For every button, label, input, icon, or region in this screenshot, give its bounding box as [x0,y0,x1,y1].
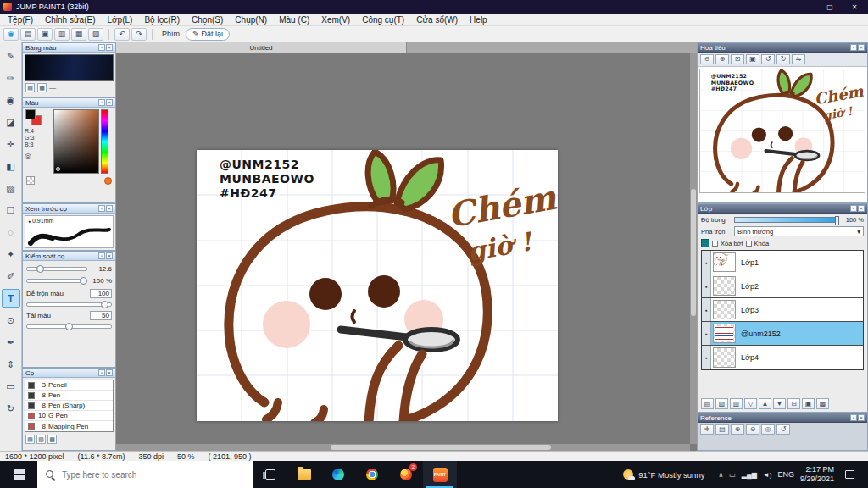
eraser-tool[interactable]: ◪ [2,113,20,131]
cloud-sync-icon[interactable]: ◉ [3,28,19,41]
panel-collapse-button[interactable]: ▫ [98,205,105,212]
panel-collapse-button[interactable]: ▫ [850,414,857,421]
weather-widget[interactable]: 91°F Mostly sunny [615,461,713,488]
move-layer-up-button[interactable]: ▲ [759,398,771,409]
lasso-tool[interactable]: ◌ [2,223,20,241]
task-view-button[interactable] [253,461,287,488]
panel-close-button[interactable]: × [106,99,113,106]
reference-color-pick-button[interactable]: ◎ [761,424,775,435]
reset-brush-button[interactable]: ✎ Đặt lại [186,28,230,41]
foreground-background-swatches[interactable] [25,109,43,126]
brush-row[interactable]: 10 G Pen [25,411,113,421]
file-explorer-button[interactable] [287,461,321,488]
horizontal-scrollbar[interactable] [116,444,690,451]
add-layer-button[interactable]: ▤ [701,398,714,409]
mix-color-slider[interactable] [26,302,112,307]
brush-row[interactable]: 8 Mapping Pen [25,421,113,431]
minimize-button[interactable]: — [795,0,815,14]
rotate-right-button[interactable]: ↻ [776,54,790,64]
protect-alpha-button[interactable] [701,239,709,247]
hidden-icons-chevron[interactable]: ∧ [718,471,723,479]
navigator-titlebar[interactable]: Hoa tiêu ▫ × [698,43,867,53]
horizontal-scrollbar-thumb[interactable] [331,445,551,450]
menu-capture[interactable]: Chụp(N) [229,15,273,25]
start-button[interactable] [0,461,37,488]
delete-brush-button[interactable]: ▩ [47,435,57,444]
menu-layer[interactable]: Lớp(L) [102,15,139,25]
load-color-value[interactable]: 50 [90,311,112,320]
vertical-scrollbar-thumb[interactable] [691,189,696,316]
save-icon[interactable]: ▣ [37,28,53,41]
menu-edit[interactable]: Chỉnh sửa(E) [39,15,102,25]
menu-view[interactable]: Xem(V) [315,15,356,25]
panel-collapse-button[interactable]: ▫ [98,44,105,51]
document-tab[interactable]: Untitled [116,42,407,53]
foreground-color-swatch[interactable] [25,109,36,119]
add-folder-button[interactable]: ▧ [715,398,728,409]
brush-list-titlebar[interactable]: Cọ ▫ × [23,369,115,378]
action-center-icon[interactable] [845,470,854,479]
move-layer-down-button[interactable]: ▼ [773,398,786,409]
firefox-browser-button[interactable]: 2 [389,461,423,488]
brush-preview-titlebar[interactable]: Xem trước cọ ▫ × [23,204,115,214]
canvas-size-icon[interactable]: ▦ [71,28,86,41]
lock-checkbox[interactable] [746,241,752,247]
select-tool[interactable]: ☐ [2,201,20,219]
layers-titlebar[interactable]: Lớp ▫ × [698,204,867,214]
blend-mode-select[interactable]: Bình thường ▾ [734,226,864,236]
layer-properties-button[interactable]: ▣ [802,398,815,409]
fill-tool[interactable]: ◧ [2,157,20,175]
flip-button[interactable]: ⇋ [792,54,805,64]
rotate-left-button[interactable]: ↺ [761,54,775,64]
reference-open-button[interactable]: ▤ [715,424,729,435]
navigator-preview[interactable] [698,67,867,202]
network-icon[interactable]: ▂▄▆ [742,471,757,479]
layer-visibility-toggle[interactable]: ● [702,298,711,321]
panel-close-button[interactable]: × [858,44,865,51]
grid-settings-icon[interactable]: ▧ [88,28,103,41]
eyedropper-tool[interactable]: ✒ [2,333,20,352]
menu-select[interactable]: Chọn(S) [186,15,229,25]
layer-row-selected[interactable]: ● @unm2152 [702,322,863,346]
transparent-color-button[interactable] [26,176,35,185]
move-tool[interactable]: ✛ [2,135,20,153]
panel-collapse-button[interactable]: ▫ [98,252,105,259]
brush-opacity-slider[interactable] [26,279,87,283]
redo-button[interactable]: ↷ [131,28,147,41]
menu-file[interactable]: Tệp(F) [2,15,39,25]
brush-row[interactable]: 8 Pen [25,391,113,401]
pen-tool[interactable]: ✎ [2,47,20,65]
brush-control-titlebar[interactable]: Kiểm soát cọ ▫ × [23,252,115,261]
add-brush-button[interactable]: ▤ [25,435,35,444]
add-palette-color-button[interactable]: ▤ [25,83,35,92]
vertical-scrollbar[interactable] [690,53,697,444]
brush-folder-button[interactable]: ▧ [36,435,46,444]
volume-icon[interactable]: ◄) [763,471,772,479]
delete-layer-button[interactable]: ▩ [816,398,829,409]
panel-close-button[interactable]: × [858,414,865,421]
zoom-tool[interactable]: ⊙ [2,311,20,330]
edge-browser-button[interactable] [321,461,355,488]
layer-visibility-toggle[interactable]: ● [702,346,711,369]
layer-row[interactable]: ● Lớp1 [702,251,863,274]
mix-color-value[interactable]: 100 [90,289,112,298]
panel-close-button[interactable]: × [106,369,113,376]
panel-collapse-button[interactable]: ▫ [850,44,857,51]
palette-swatch-strip[interactable] [25,54,114,81]
close-button[interactable]: ✕ [844,0,865,14]
layer-row[interactable]: ● Lớp2 [702,274,863,298]
maximize-button[interactable]: ▢ [820,0,840,14]
reference-titlebar[interactable]: Reference ▫ × [698,413,867,423]
pencil-tool[interactable]: ✏ [2,69,20,87]
load-color-slider[interactable] [26,324,112,329]
brush-row[interactable]: 3 Pencil [25,380,113,391]
taskbar-clock[interactable]: 2:17 PM 9/29/2021 [800,465,834,484]
eyedropper-icon[interactable]: ◎ [25,152,31,160]
airbrush-tool[interactable]: ◉ [2,91,20,109]
panel-close-button[interactable]: × [106,205,113,212]
magic-wand-tool[interactable]: ✦ [2,245,20,263]
panel-collapse-button[interactable]: ▫ [98,99,105,106]
layer-visibility-toggle[interactable]: ● [702,251,711,274]
zoom-out-button[interactable]: ⊖ [700,54,714,64]
phim-button[interactable]: Phím [158,30,184,38]
